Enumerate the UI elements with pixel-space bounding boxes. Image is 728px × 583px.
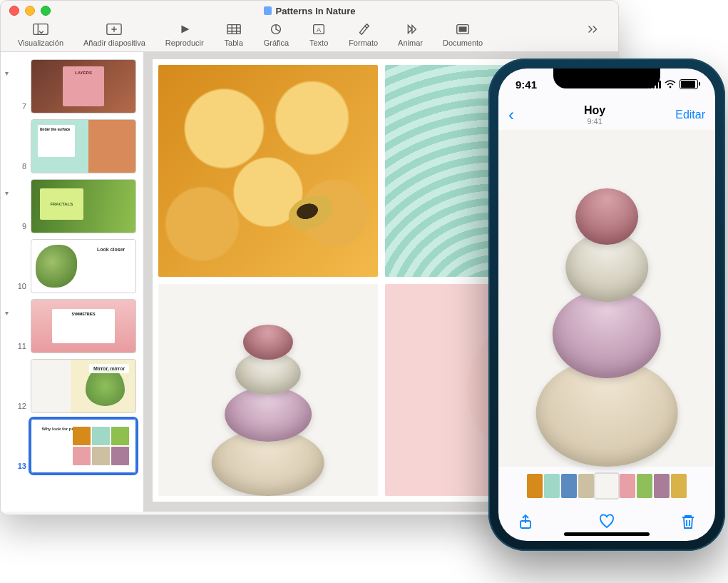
photo-viewer[interactable] bbox=[498, 130, 715, 467]
animate-icon bbox=[401, 22, 421, 36]
window-title: Patterns In Nature bbox=[1, 6, 618, 16]
filmstrip-thumb[interactable] bbox=[671, 474, 687, 498]
minimize-window-button[interactable] bbox=[25, 6, 35, 16]
slide-number: 12 bbox=[16, 402, 26, 413]
play-icon bbox=[175, 22, 195, 36]
animate-button[interactable]: Animar bbox=[398, 22, 423, 47]
chart-icon bbox=[266, 22, 286, 36]
table-button[interactable]: Tabla bbox=[224, 22, 244, 47]
slide-thumbnail: LAYERS bbox=[31, 59, 136, 113]
slide-thumbnail: SYMMETRIES bbox=[31, 299, 136, 353]
play-label: Reproducir bbox=[165, 39, 204, 47]
slide-thumbnail-12[interactable]: 12 Mirror, mirror bbox=[1, 356, 143, 416]
slide-thumbnail-8[interactable]: 8 Under the surface bbox=[1, 116, 143, 176]
close-window-button[interactable] bbox=[9, 6, 19, 16]
svg-point-18 bbox=[670, 86, 672, 88]
toolbar: Visualización Añadir diapositiva Reprodu… bbox=[1, 21, 618, 52]
svg-marker-14 bbox=[408, 26, 412, 34]
share-button[interactable] bbox=[517, 513, 534, 533]
disclosure-triangle-icon[interactable]: ▾ bbox=[5, 309, 9, 317]
slide-image-urchins[interactable] bbox=[158, 284, 378, 496]
filmstrip-thumb[interactable] bbox=[544, 474, 560, 498]
traffic-lights bbox=[1, 6, 51, 16]
status-time: 9:41 bbox=[516, 78, 537, 91]
animate-label: Animar bbox=[398, 39, 423, 47]
zoom-window-button[interactable] bbox=[41, 6, 51, 16]
filmstrip-thumb[interactable] bbox=[654, 474, 670, 498]
slide-thumbnail: FRACTALS bbox=[31, 179, 136, 233]
document-button[interactable]: Documento bbox=[443, 22, 483, 47]
filmstrip-thumb[interactable] bbox=[637, 474, 652, 498]
play-button[interactable]: Reproducir bbox=[165, 22, 204, 47]
filmstrip-thumb[interactable] bbox=[561, 474, 577, 498]
add-slide-icon bbox=[104, 22, 124, 36]
nav-subtitle-text: 9:41 bbox=[584, 117, 605, 126]
photo-filmstrip[interactable] bbox=[498, 467, 715, 505]
text-button[interactable]: A Texto bbox=[309, 22, 329, 47]
svg-rect-6 bbox=[227, 25, 240, 34]
slide-number: 9 bbox=[16, 222, 26, 233]
view-icon bbox=[31, 22, 51, 36]
nav-bar: ‹ Hoy 9:41 Editar bbox=[498, 100, 715, 130]
document-label: Documento bbox=[443, 39, 483, 47]
toolbar-overflow-button[interactable] bbox=[583, 22, 603, 36]
svg-text:A: A bbox=[317, 26, 322, 34]
text-label: Texto bbox=[309, 39, 328, 47]
window-title-text: Patterns In Nature bbox=[276, 6, 356, 16]
slide-thumbnail: Mirror, mirror bbox=[31, 359, 136, 413]
slide-navigator[interactable]: ▾ 7 LAYERS 8 Under the surface ▾ 9 FRACT… bbox=[1, 52, 144, 512]
chart-label: Gráfica bbox=[264, 39, 289, 47]
svg-rect-17 bbox=[459, 26, 467, 31]
svg-marker-5 bbox=[181, 26, 189, 34]
notch bbox=[553, 69, 660, 88]
slide-thumbnail-7[interactable]: 7 LAYERS bbox=[1, 56, 143, 116]
format-icon bbox=[354, 22, 374, 36]
slide-number: 8 bbox=[16, 162, 26, 173]
format-label: Formato bbox=[349, 39, 378, 47]
slide-number: 10 bbox=[16, 282, 26, 293]
filmstrip-thumb[interactable] bbox=[620, 474, 635, 498]
table-icon bbox=[224, 22, 244, 36]
add-slide-button[interactable]: Añadir diapositiva bbox=[83, 22, 145, 47]
titlebar: Patterns In Nature bbox=[1, 1, 618, 21]
chart-button[interactable]: Gráfica bbox=[264, 22, 289, 47]
slide-thumbnail-9[interactable]: 9 FRACTALS bbox=[1, 176, 143, 236]
slide-number: 13 bbox=[16, 462, 26, 473]
battery-icon bbox=[680, 79, 698, 89]
back-button[interactable]: ‹ bbox=[508, 105, 514, 125]
nav-title: Hoy 9:41 bbox=[584, 104, 605, 126]
slide-number: 11 bbox=[16, 342, 26, 353]
slide-thumbnail-10[interactable]: 10 Look closer bbox=[1, 236, 143, 296]
slide-thumbnail-13[interactable]: 13 Why look for patterns? bbox=[1, 416, 143, 476]
nav-title-text: Hoy bbox=[584, 104, 605, 117]
disclosure-triangle-icon[interactable]: ▾ bbox=[5, 189, 9, 197]
filmstrip-thumb[interactable] bbox=[527, 474, 543, 498]
slide-thumbnail: Look closer bbox=[31, 239, 136, 293]
text-icon: A bbox=[309, 22, 329, 36]
filmstrip-thumb-current[interactable] bbox=[595, 474, 618, 498]
slide-image-honeycomb[interactable] bbox=[158, 65, 378, 277]
format-button[interactable]: Formato bbox=[349, 22, 378, 47]
home-indicator[interactable] bbox=[564, 532, 650, 536]
slide-number: 7 bbox=[16, 102, 26, 113]
table-label: Tabla bbox=[225, 39, 243, 47]
slide-thumbnail: Under the surface bbox=[31, 119, 136, 173]
view-label: Visualización bbox=[18, 39, 63, 47]
disclosure-triangle-icon[interactable]: ▾ bbox=[5, 69, 9, 77]
slide-thumbnail-11[interactable]: 11 SYMMETRIES bbox=[1, 296, 143, 356]
slide-thumbnail: Why look for patterns? bbox=[31, 419, 136, 473]
view-button[interactable]: Visualización bbox=[18, 22, 63, 47]
delete-button[interactable] bbox=[680, 513, 697, 533]
iphone-device: 9:41 ‹ Hoy 9:41 Editar bbox=[488, 59, 725, 551]
wifi-icon bbox=[665, 80, 676, 88]
add-slide-label: Añadir diapositiva bbox=[83, 39, 145, 47]
edit-button[interactable]: Editar bbox=[675, 108, 705, 121]
filmstrip-thumb[interactable] bbox=[578, 474, 594, 498]
photos-app-screen: 9:41 ‹ Hoy 9:41 Editar bbox=[498, 69, 715, 541]
favorite-button[interactable] bbox=[598, 513, 615, 533]
chevron-right-double-icon bbox=[583, 22, 603, 36]
document-icon bbox=[264, 6, 272, 15]
document-icon bbox=[453, 22, 473, 36]
